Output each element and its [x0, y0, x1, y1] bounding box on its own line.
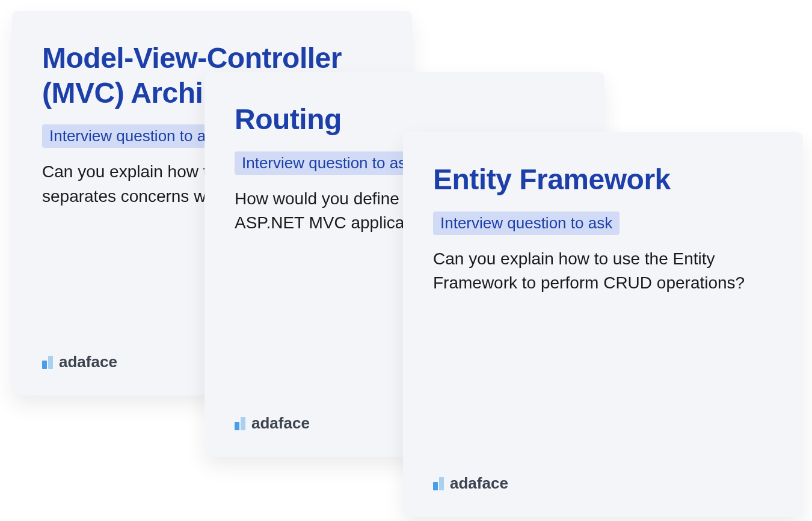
interview-badge: Interview question to ask — [235, 151, 421, 175]
brand-logo: adaface — [235, 414, 310, 433]
card-title: Entity Framework — [433, 162, 773, 197]
brand-logo: adaface — [433, 474, 508, 493]
interview-card-3: Entity Framework Interview question to a… — [403, 132, 803, 517]
interview-badge: Interview question to ask — [433, 212, 620, 235]
brand-name: adaface — [450, 474, 508, 493]
logo-icon — [235, 417, 245, 430]
brand-name: adaface — [59, 353, 117, 371]
interview-badge: Interview question to ask — [42, 124, 229, 148]
interview-question: Can you explain how to use the Entity Fr… — [433, 247, 773, 296]
brand-name: adaface — [251, 414, 310, 433]
card-title: Routing — [235, 102, 574, 137]
logo-icon — [42, 356, 53, 369]
logo-icon — [433, 477, 444, 490]
brand-logo: adaface — [42, 353, 117, 371]
